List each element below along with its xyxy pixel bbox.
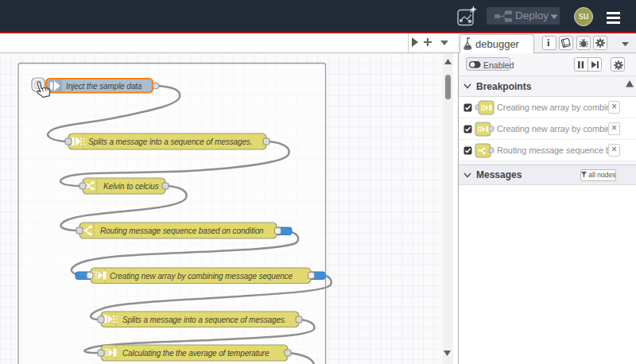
svg-text:Kelvin to celcius: Kelvin to celcius — [103, 182, 159, 191]
svg-text:Splits a message into a sequen: Splits a message into a sequence of mess… — [122, 316, 286, 324]
svg-text:Creating new array by combinin: Creating new array by combining message … — [110, 272, 293, 281]
svg-text:Inject the sample data: Inject the sample data — [66, 82, 142, 91]
svg-text:Calculating the the average of: Calculating the the average of temperatu… — [122, 349, 270, 358]
svg-text:Routing message sequence based: Routing message sequence based on condit… — [100, 227, 264, 235]
svg-text:Splits a message into a sequen: Splits a message into a sequence of mess… — [88, 137, 252, 146]
